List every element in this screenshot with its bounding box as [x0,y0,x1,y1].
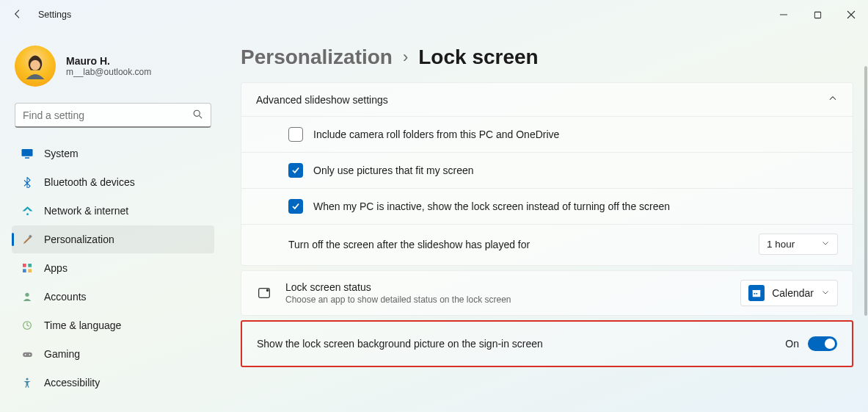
svg-rect-1 [814,12,820,18]
status-title: Lock screen status [285,281,511,293]
profile-name: Mauro H. [66,55,151,67]
maximize-button[interactable] [800,3,834,26]
svg-line-6 [199,115,202,118]
scrollbar-thumb[interactable] [864,66,867,316]
title-bar: Settings [0,0,868,29]
svg-rect-26 [756,293,758,294]
sidebar-item-label: Time & language [44,319,121,331]
sidebar-item-accessibility[interactable]: Accessibility [12,369,214,397]
chevron-down-icon [821,239,830,250]
svg-rect-11 [23,264,26,267]
turn-off-dropdown[interactable]: 1 hour [759,234,838,255]
sidebar-item-personalization[interactable]: Personalization [12,225,214,253]
option-inactive-lockscreen[interactable]: When my PC is inactive, show the lock sc… [241,188,853,224]
status-app-picker[interactable]: Calendar [740,280,838,306]
search-box[interactable] [15,103,211,128]
display-icon [21,147,34,160]
status-subtitle: Choose an app to show detailed status on… [285,294,511,305]
back-icon[interactable] [12,8,23,22]
svg-rect-25 [754,293,756,294]
gamepad-icon [21,347,34,361]
option-fit-screen[interactable]: Only use pictures that fit my screen [241,152,853,188]
advanced-slideshow-card: Advanced slideshow settings Include came… [241,82,853,266]
sidebar-item-apps[interactable]: Apps [12,254,214,282]
clock-globe-icon [21,319,34,332]
sidebar-item-label: Accessibility [44,377,100,388]
svg-rect-8 [25,157,29,159]
sidebar-item-label: Personalization [44,234,114,245]
bluetooth-icon [21,176,34,189]
svg-rect-7 [22,149,33,156]
sidebar-item-system[interactable]: System [12,140,214,167]
sidebar-item-label: Accounts [44,291,87,303]
sidebar-item-network[interactable]: Network & internet [12,197,214,225]
sidebar-item-time-language[interactable]: Time & language [12,311,214,339]
svg-rect-14 [28,269,32,272]
status-app-name: Calendar [772,287,814,299]
checkbox-checked[interactable] [288,163,303,178]
content-area: Personalization › Lock screen Advanced s… [220,29,868,412]
paintbrush-icon [21,233,34,246]
toggle-switch[interactable] [808,336,837,351]
breadcrumb-parent[interactable]: Personalization [241,46,393,69]
signin-background-setting: Show the lock screen background picture … [241,320,853,367]
search-icon [192,109,203,122]
toggle-state-label: On [785,338,799,350]
setting-label: Show the lock screen background picture … [257,338,543,350]
svg-rect-12 [28,264,32,267]
apps-icon [21,261,34,275]
calendar-icon [748,285,765,301]
svg-point-19 [29,353,30,355]
svg-point-5 [194,110,200,116]
checkbox-checked[interactable] [288,199,303,214]
svg-point-4 [30,60,40,71]
wifi-icon [21,204,34,217]
option-turn-off-after: Turn off the screen after the slideshow … [241,224,853,265]
sidebar-item-label: Bluetooth & devices [44,176,135,188]
breadcrumb: Personalization › Lock screen [241,46,853,69]
svg-point-18 [24,353,26,355]
accessibility-icon [21,376,34,389]
sidebar-item-label: Gaming [44,348,80,360]
svg-rect-17 [23,352,32,356]
profile-block[interactable]: Mauro H. m__lab@outlook.com [12,41,214,98]
sidebar-item-label: Apps [44,262,68,274]
svg-point-20 [26,378,29,380]
search-input[interactable] [23,109,192,121]
close-button[interactable] [834,3,868,26]
option-label: Only use pictures that fit my screen [313,165,474,176]
option-camera-roll[interactable]: Include camera roll folders from this PC… [241,116,853,152]
chevron-right-icon: › [403,48,408,67]
profile-email: m__lab@outlook.com [66,67,151,77]
lock-screen-status-card[interactable]: Lock screen status Choose an app to show… [241,270,853,316]
lock-status-icon [256,285,272,301]
avatar [15,46,56,87]
window-title: Settings [38,10,71,20]
sidebar-item-gaming[interactable]: Gaming [12,340,214,368]
checkbox-unchecked[interactable] [288,127,303,142]
option-label: Turn off the screen after the slideshow … [288,239,530,250]
svg-rect-24 [753,290,761,292]
option-label: Include camera roll folders from this PC… [313,129,559,140]
card-title: Advanced slideshow settings [256,94,388,106]
advanced-slideshow-header[interactable]: Advanced slideshow settings [241,83,853,116]
sidebar-item-bluetooth[interactable]: Bluetooth & devices [12,168,214,196]
sidebar: Mauro H. m__lab@outlook.com System Blu [0,29,220,412]
dropdown-value: 1 hour [767,239,795,250]
sidebar-item-label: System [44,148,79,159]
svg-point-15 [25,293,29,297]
svg-rect-13 [23,269,26,272]
minimize-button[interactable] [767,3,800,26]
sidebar-item-accounts[interactable]: Accounts [12,283,214,311]
sidebar-item-label: Network & internet [44,205,128,217]
option-label: When my PC is inactive, show the lock sc… [313,200,670,212]
svg-point-9 [26,213,29,215]
chevron-down-icon [821,287,830,299]
svg-point-22 [266,289,268,291]
person-icon [21,290,34,303]
chevron-up-icon [828,93,838,106]
breadcrumb-current: Lock screen [418,46,538,69]
